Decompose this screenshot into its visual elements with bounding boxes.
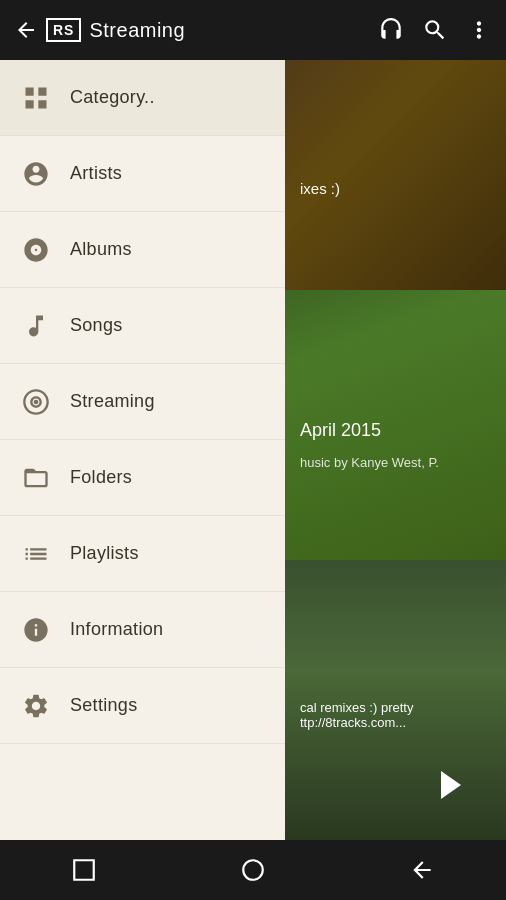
sidebar-label-settings: Settings <box>70 695 137 716</box>
sidebar-label-albums: Albums <box>70 239 132 260</box>
top-bar-actions <box>378 17 492 43</box>
sidebar-item-albums[interactable]: Albums <box>0 212 285 288</box>
square-nav-icon[interactable] <box>71 857 97 883</box>
sidebar-label-category: Category.. <box>70 87 155 108</box>
app-logo: RS <box>46 18 81 42</box>
back-button[interactable] <box>14 18 38 42</box>
main-content: ixes :) April 2015 husic by Kanye West, … <box>0 60 506 840</box>
sidebar-item-songs[interactable]: Songs <box>0 288 285 364</box>
sidebar-label-streaming: Streaming <box>70 391 155 412</box>
sidebar-label-information: Information <box>70 619 163 640</box>
list-icon <box>20 538 52 570</box>
play-icon <box>441 771 461 799</box>
more-icon[interactable] <box>466 17 492 43</box>
app-title: Streaming <box>89 19 185 42</box>
gear-icon <box>20 690 52 722</box>
sidebar-item-streaming[interactable]: Streaming <box>0 364 285 440</box>
sidebar-item-information[interactable]: Information <box>0 592 285 668</box>
middle-title: April 2015 <box>300 420 381 441</box>
sidebar-label-folders: Folders <box>70 467 132 488</box>
bottom-nav <box>0 840 506 900</box>
streaming-icon <box>20 386 52 418</box>
top-text: ixes :) <box>300 180 340 197</box>
disc-icon <box>20 234 52 266</box>
bottom-text: cal remixes :) pretty ttp://8tracks.com.… <box>300 700 485 730</box>
sidebar-label-playlists: Playlists <box>70 543 139 564</box>
sidebar-label-songs: Songs <box>70 315 123 336</box>
sidebar-item-category[interactable]: Category.. <box>0 60 285 136</box>
headphones-icon[interactable] <box>378 17 404 43</box>
sidebar-item-folders[interactable]: Folders <box>0 440 285 516</box>
top-bar-left: RS Streaming <box>14 18 378 42</box>
folder-icon <box>20 462 52 494</box>
sidebar-item-settings[interactable]: Settings <box>0 668 285 744</box>
sidebar: Category.. Artists Albums <box>0 60 285 840</box>
user-circle-icon <box>20 158 52 190</box>
grid-icon <box>20 82 52 114</box>
play-button[interactable] <box>426 760 476 810</box>
sidebar-label-artists: Artists <box>70 163 122 184</box>
svg-point-0 <box>34 399 39 404</box>
circle-nav-icon[interactable] <box>240 857 266 883</box>
music-note-icon <box>20 310 52 342</box>
top-bar: RS Streaming <box>0 0 506 60</box>
svg-point-1 <box>243 860 263 880</box>
search-icon[interactable] <box>422 17 448 43</box>
back-nav-icon[interactable] <box>409 857 435 883</box>
middle-subtitle: husic by Kanye West, P. <box>300 455 490 470</box>
sidebar-item-playlists[interactable]: Playlists <box>0 516 285 592</box>
sidebar-item-artists[interactable]: Artists <box>0 136 285 212</box>
info-circle-icon <box>20 614 52 646</box>
